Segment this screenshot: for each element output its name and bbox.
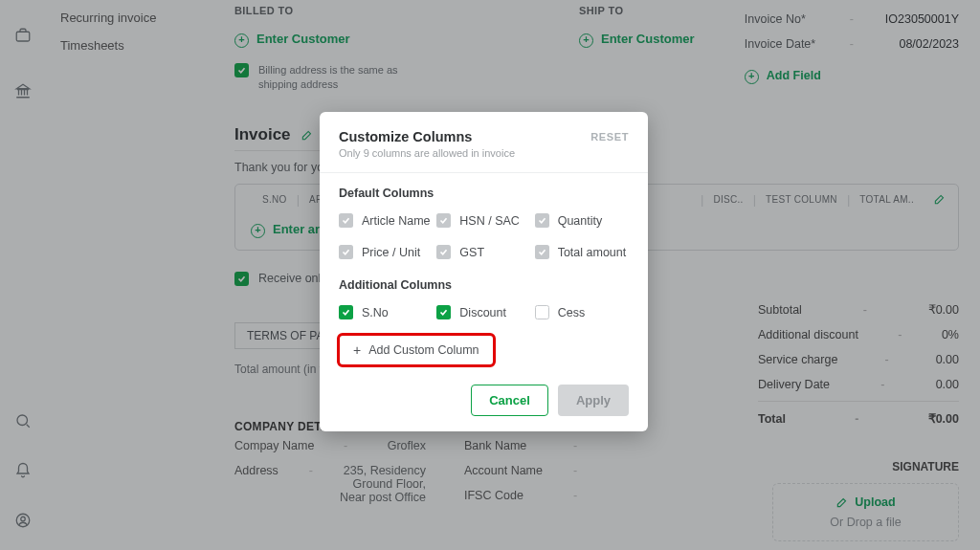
modal-title: Customize Columns [339,129,629,144]
opt-label: Cess [558,306,585,319]
opt-label: HSN / SAC [459,214,520,228]
opt-label: Discount [459,306,506,319]
checkbox-quantity [535,213,549,228]
checkbox-sno[interactable] [339,305,353,319]
opt-label: Article Name [362,214,431,228]
plus-icon: + [353,342,361,358]
default-columns-title: Default Columns [339,187,629,200]
checkbox-article-name [339,213,353,228]
additional-columns-title: Additional Columns [339,278,629,292]
opt-label: GST [459,246,484,259]
checkbox-cess[interactable] [535,305,549,319]
cancel-button[interactable]: Cancel [471,385,548,416]
checkbox-gst [436,245,451,259]
modal-subtitle: Only 9 columns are allowed in invoice [339,147,629,159]
reset-button[interactable]: RESET [590,131,629,143]
customize-columns-modal: Customize Columns Only 9 columns are all… [320,112,648,431]
checkbox-price-unit [339,245,353,259]
checkbox-discount[interactable] [436,305,451,319]
opt-label: Total amount [558,246,627,259]
apply-button[interactable]: Apply [558,385,629,416]
opt-label: S.No [362,306,389,319]
add-custom-label: Add Custom Column [368,343,479,357]
checkbox-hsn-sac [436,213,451,228]
opt-label: Price / Unit [362,246,420,259]
checkbox-total-amount [535,245,549,259]
opt-label: Quantity [558,214,603,228]
add-custom-column-button[interactable]: + Add Custom Column [339,335,494,365]
